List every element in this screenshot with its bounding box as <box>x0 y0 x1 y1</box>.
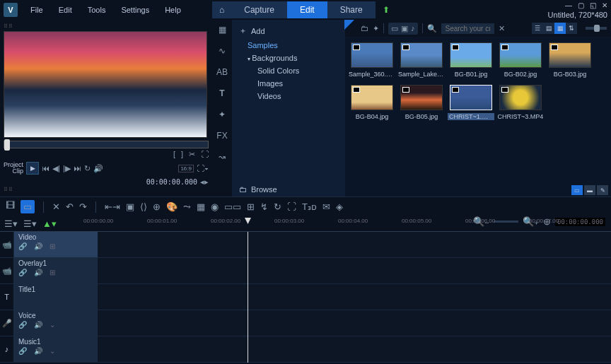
voice-track-header[interactable]: Voice 🔗 🔊 ⌄ <box>14 310 98 336</box>
go-end-icon[interactable]: ⏭ <box>74 164 81 172</box>
panel-handle-bottom-icon[interactable]: ⠿⠿ <box>4 187 209 193</box>
mute-icon[interactable]: 🔊 <box>34 321 42 329</box>
menu-file[interactable]: File <box>23 3 50 17</box>
clear-search-icon[interactable]: ✕ <box>499 24 505 33</box>
expand-icon[interactable]: ⌄ <box>50 347 55 355</box>
lib-action1-icon[interactable]: ▭ <box>571 185 583 195</box>
library-thumb[interactable]: Sample_360.mp4 <box>351 42 393 78</box>
video-track-icon[interactable]: 📹 <box>0 232 14 257</box>
music-track-header[interactable]: Music1 🔗 🔊 ⌄ <box>14 336 98 362</box>
tree-samples[interactable]: Samples <box>232 39 345 52</box>
redo-icon[interactable]: ↷ <box>79 201 87 212</box>
add-media-button[interactable]: ＋ Add <box>232 23 345 39</box>
preview-video[interactable] <box>4 31 207 138</box>
library-thumb[interactable]: Sample_Lake.m... <box>400 42 443 78</box>
timeline-ruler[interactable]: 🔍₋ 🔍₊ ⊕ 00:00:00.000 00:00:00.0000:00:01… <box>83 216 611 231</box>
library-thumb[interactable]: CHRIST~3.MP4 <box>499 85 542 120</box>
browse-button[interactable]: 🗀 Browse <box>232 182 284 196</box>
overlay-track-icon[interactable]: 📹 <box>0 258 14 283</box>
overlay-track-content[interactable] <box>98 258 611 283</box>
volume-icon[interactable]: 🔊 <box>93 164 103 173</box>
maximize-button[interactable]: ▢ <box>578 1 584 9</box>
tree-backgrounds[interactable]: ▾ Backgrounds <box>232 52 345 64</box>
menu-edit[interactable]: Edit <box>52 3 79 17</box>
chapter-icon[interactable]: ◈ <box>336 201 343 212</box>
mute-icon[interactable]: 🔊 <box>34 269 42 276</box>
media-tool-icon[interactable]: ▦ <box>215 23 229 37</box>
video-track-content[interactable] <box>98 232 611 257</box>
track-menu1-icon[interactable]: ☰▾ <box>4 218 18 229</box>
sound-tool-icon[interactable]: ∿ <box>215 44 229 58</box>
overlay-track-header[interactable]: Overlay1 🔗 🔊 ⊞ <box>14 258 98 283</box>
import-folder-icon[interactable]: 🗀 <box>361 24 368 33</box>
expand-icon[interactable]: ⛶ <box>201 150 209 159</box>
zoom-slider[interactable] <box>494 221 518 223</box>
voice-track-icon[interactable]: 🎤 <box>0 310 14 336</box>
graphic-tool-icon[interactable]: ✦ <box>215 107 229 122</box>
link-icon[interactable]: 🔗 <box>18 269 27 276</box>
scrubber-handle[interactable] <box>4 139 10 151</box>
voice-track-content[interactable] <box>98 310 611 336</box>
grid-icon[interactable]: ⊞ <box>247 201 255 212</box>
filter-video-icon[interactable]: ▭ <box>391 24 398 33</box>
playback-mode-label[interactable]: Project Clip <box>4 162 23 175</box>
lock-icon[interactable]: ⊞ <box>50 269 55 276</box>
music-track-content[interactable] <box>98 336 611 362</box>
speed-icon[interactable]: ⤳ <box>183 201 191 212</box>
crop-icon[interactable]: ▣ <box>126 201 134 212</box>
library-thumb[interactable]: BG-B02.jpg <box>499 42 542 78</box>
step-back-icon[interactable]: ◀| <box>52 164 60 173</box>
mute-icon[interactable]: 🔊 <box>34 242 42 250</box>
reverse-icon[interactable]: ▦ <box>197 201 205 212</box>
thumbnail-size-slider[interactable] <box>586 27 607 30</box>
lib-action2-icon[interactable]: ▬ <box>584 185 595 195</box>
resize-icon[interactable]: ⛶ <box>287 201 296 212</box>
trim-icon[interactable]: ⊕ <box>153 201 161 212</box>
filter-image-icon[interactable]: ▣ <box>401 24 408 33</box>
playhead-icon[interactable] <box>245 218 251 224</box>
motion-icon[interactable]: ↯ <box>260 201 268 212</box>
view-grid-icon[interactable]: ▦ <box>554 23 566 34</box>
go-start-icon[interactable]: ⏮ <box>42 164 50 172</box>
music-track-icon[interactable]: ♪ <box>0 336 14 362</box>
lib-action3-icon[interactable]: ✎ <box>597 185 608 195</box>
tab-capture[interactable]: Capture <box>231 1 287 18</box>
aspect-ratio-button[interactable]: 16:9 <box>178 165 194 172</box>
preview-scrubber[interactable] <box>4 141 209 148</box>
playhead-line[interactable] <box>248 232 248 363</box>
upload-indicator-icon[interactable]: ⬆ <box>376 1 397 18</box>
panel-handle-icon[interactable]: ⠿⠿ <box>4 23 209 30</box>
search-icon[interactable]: 🔍 <box>427 24 437 33</box>
path-tool-icon[interactable]: ↝ <box>215 150 229 164</box>
chroma-icon[interactable]: ◉ <box>211 201 219 212</box>
view-details-icon[interactable]: ▤ <box>543 23 554 34</box>
search-input[interactable] <box>441 23 494 34</box>
tree-videos[interactable]: Videos <box>232 90 345 102</box>
view-sort-icon[interactable]: ⇅ <box>566 23 577 34</box>
video-track-header[interactable]: Video 🔗 🔊 ⊞ <box>14 232 98 257</box>
transition-tool-icon[interactable]: AB <box>215 65 229 79</box>
tree-images[interactable]: Images <box>232 77 345 90</box>
title-track-header[interactable]: Title1 <box>14 284 98 310</box>
filter-tool-icon[interactable]: FX <box>215 129 229 143</box>
ripple-icon[interactable]: ⇤⇥ <box>105 201 120 212</box>
tab-share[interactable]: Share <box>327 1 376 18</box>
loop-icon[interactable]: ↻ <box>84 164 91 173</box>
fullscreen-icon[interactable]: ⛶▾ <box>197 164 209 172</box>
mark-out-icon[interactable]: ] <box>181 150 183 159</box>
timecode-stepper-icon[interactable]: ◂▸ <box>200 177 209 187</box>
restore-button[interactable]: ◱ <box>590 1 596 9</box>
tree-solid-colors[interactable]: Solid Colors <box>232 64 345 77</box>
tool-settings-icon[interactable]: ✕ <box>52 201 60 212</box>
expand-icon[interactable]: ⌄ <box>50 321 55 329</box>
minimize-button[interactable]: — <box>565 1 572 9</box>
tab-home[interactable]: ⌂ <box>212 1 231 18</box>
undo-icon[interactable]: ↶ <box>66 201 74 212</box>
menu-settings[interactable]: Settings <box>114 3 156 17</box>
timeline-view-icon[interactable]: ▭ <box>21 200 35 213</box>
filter-audio-icon[interactable]: ♪ <box>411 24 415 33</box>
library-settings-icon[interactable]: ✦ <box>373 24 379 33</box>
marker-icon[interactable]: ▲▾ <box>42 218 57 229</box>
3d-title-icon[interactable]: T₃ᴅ <box>302 201 317 212</box>
play-button[interactable]: ▶ <box>26 162 39 175</box>
